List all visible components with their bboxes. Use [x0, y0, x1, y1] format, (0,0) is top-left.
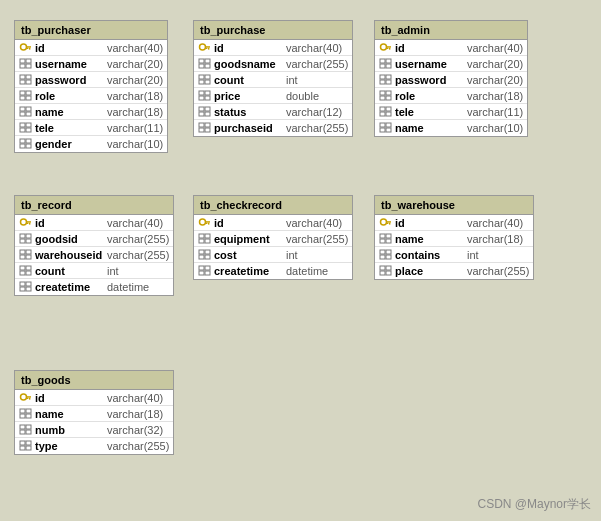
- col-name: equipment: [214, 233, 284, 245]
- svg-rect-66: [380, 96, 385, 100]
- col-name: createtime: [35, 281, 105, 293]
- table-header-tb_goods[interactable]: tb_goods: [15, 371, 173, 390]
- table-row: namevarchar(18): [375, 231, 533, 247]
- col-name: count: [35, 265, 105, 277]
- svg-rect-18: [20, 112, 25, 116]
- svg-rect-38: [199, 80, 204, 84]
- col-name: gender: [35, 138, 105, 150]
- svg-rect-69: [386, 107, 391, 111]
- col-icon: [379, 122, 393, 134]
- svg-rect-63: [386, 80, 391, 84]
- col-name: id: [35, 217, 105, 229]
- col-type: varchar(40): [467, 217, 523, 229]
- table-row: idvarchar(40): [194, 40, 352, 56]
- pk-icon: [19, 42, 33, 54]
- table-row: idvarchar(40): [15, 390, 173, 406]
- col-name: name: [35, 106, 105, 118]
- svg-point-28: [200, 44, 206, 50]
- svg-rect-121: [386, 250, 391, 254]
- svg-rect-133: [26, 409, 31, 413]
- col-icon: [19, 440, 33, 452]
- svg-rect-58: [380, 64, 385, 68]
- svg-rect-95: [26, 287, 31, 291]
- table-row: placevarchar(255): [375, 263, 533, 279]
- svg-rect-134: [20, 414, 25, 418]
- svg-rect-126: [380, 271, 385, 275]
- svg-rect-17: [26, 107, 31, 111]
- svg-rect-117: [386, 234, 391, 238]
- table-header-tb_warehouse[interactable]: tb_warehouse: [375, 196, 533, 215]
- table-row: usernamevarchar(20): [15, 56, 167, 72]
- col-icon: [19, 90, 33, 102]
- svg-rect-26: [20, 144, 25, 148]
- svg-rect-88: [20, 266, 25, 270]
- table-header-tb_purchase[interactable]: tb_purchase: [194, 21, 352, 40]
- table-header-tb_checkrecord[interactable]: tb_checkrecord: [194, 196, 352, 215]
- svg-rect-109: [205, 266, 210, 270]
- table-header-tb_record[interactable]: tb_record: [15, 196, 173, 215]
- svg-rect-99: [206, 222, 207, 223]
- table-tb_purchaser: tb_purchaser idvarchar(40) usernamevarch…: [14, 20, 168, 153]
- col-type: varchar(32): [107, 424, 163, 436]
- svg-rect-20: [20, 123, 25, 127]
- table-row: goodsnamevarchar(255): [194, 56, 352, 72]
- pk-icon: [19, 392, 33, 404]
- col-name: name: [35, 408, 105, 420]
- table-row: equipmentvarchar(255): [194, 231, 352, 247]
- col-icon: [379, 106, 393, 118]
- col-icon: [379, 233, 393, 245]
- col-icon: [198, 106, 212, 118]
- table-row: purchaseidvarchar(255): [194, 120, 352, 136]
- col-type: varchar(40): [286, 42, 342, 54]
- svg-rect-106: [199, 255, 204, 259]
- col-type: varchar(255): [467, 265, 529, 277]
- canvas: tb_purchaser idvarchar(40) usernamevarch…: [0, 0, 601, 521]
- svg-rect-53: [386, 46, 391, 47]
- svg-rect-34: [199, 64, 204, 68]
- svg-rect-36: [199, 75, 204, 79]
- svg-rect-124: [380, 266, 385, 270]
- col-type: varchar(255): [107, 249, 169, 261]
- table-header-tb_purchaser[interactable]: tb_purchaser: [15, 21, 167, 40]
- col-type: varchar(18): [107, 106, 163, 118]
- table-row: pricedouble: [194, 88, 352, 104]
- table-header-tb_admin[interactable]: tb_admin: [375, 21, 527, 40]
- svg-rect-46: [199, 112, 204, 116]
- svg-rect-142: [20, 446, 25, 450]
- col-type: varchar(40): [107, 217, 163, 229]
- svg-rect-92: [20, 282, 25, 286]
- svg-rect-83: [26, 239, 31, 243]
- svg-rect-35: [205, 64, 210, 68]
- svg-rect-10: [20, 80, 25, 84]
- table-row: statusvarchar(12): [194, 104, 352, 120]
- svg-rect-87: [26, 255, 31, 259]
- table-row: idvarchar(40): [194, 215, 352, 231]
- table-tb_checkrecord: tb_checkrecord idvarchar(40) equipmentva…: [193, 195, 353, 280]
- col-name: numb: [35, 424, 105, 436]
- col-icon: [198, 249, 212, 261]
- col-icon: [379, 90, 393, 102]
- svg-rect-45: [205, 107, 210, 111]
- svg-rect-25: [26, 139, 31, 143]
- svg-rect-24: [20, 139, 25, 143]
- col-type: varchar(20): [467, 74, 523, 86]
- svg-rect-55: [387, 47, 388, 48]
- svg-rect-71: [386, 112, 391, 116]
- svg-rect-85: [26, 250, 31, 254]
- svg-rect-14: [20, 96, 25, 100]
- svg-rect-89: [26, 266, 31, 270]
- svg-rect-39: [205, 80, 210, 84]
- col-name: goodsname: [214, 58, 284, 70]
- svg-rect-80: [20, 234, 25, 238]
- svg-rect-65: [386, 91, 391, 95]
- svg-rect-9: [26, 75, 31, 79]
- pk-icon: [379, 217, 393, 229]
- watermark: CSDN @Maynor学长: [477, 496, 591, 513]
- col-icon: [19, 233, 33, 245]
- col-type: int: [286, 249, 298, 261]
- col-type: int: [286, 74, 298, 86]
- svg-rect-62: [380, 80, 385, 84]
- svg-rect-8: [20, 75, 25, 79]
- svg-rect-22: [20, 128, 25, 132]
- col-name: id: [214, 217, 284, 229]
